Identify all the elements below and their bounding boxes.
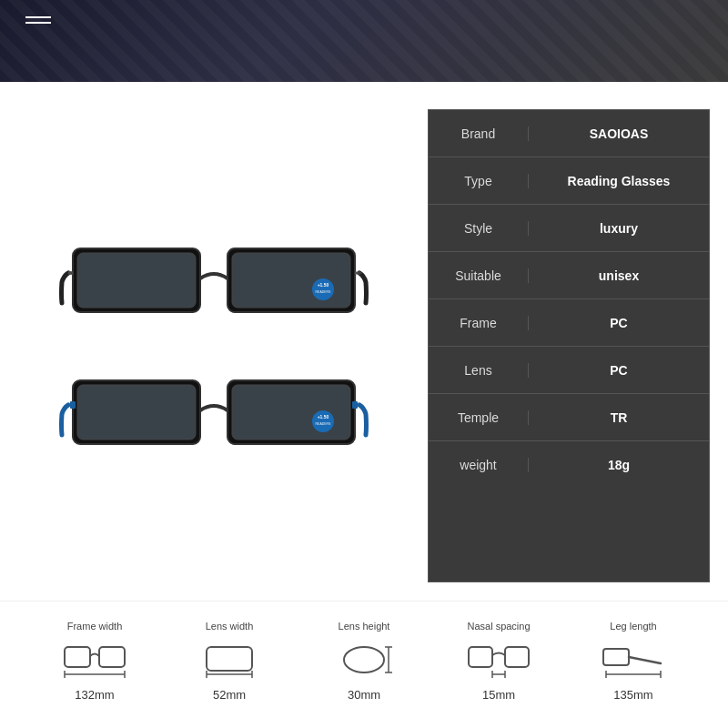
product-info-table: Brand SAOIOAS Type Reading Glasses Style… <box>428 109 710 582</box>
info-value: PC <box>529 316 709 330</box>
measurement-label: Lens height <box>339 620 390 632</box>
svg-text:READERS: READERS <box>316 422 332 426</box>
measurement-label: Frame width <box>67 620 123 632</box>
svg-rect-16 <box>70 401 76 409</box>
info-value: SAOIOAS <box>529 126 709 141</box>
svg-rect-11 <box>77 385 196 440</box>
decorative-lines <box>25 16 51 27</box>
svg-rect-18 <box>65 647 90 667</box>
frame-width-icon <box>63 640 126 681</box>
measurement-value: 52mm <box>213 688 246 702</box>
measurement-label: Leg length <box>610 620 656 632</box>
info-label: Type <box>429 174 529 188</box>
info-label: Suitable <box>429 268 529 283</box>
svg-rect-12 <box>232 385 350 440</box>
svg-rect-31 <box>469 647 492 667</box>
lens-width-icon <box>197 640 261 681</box>
info-row: Lens PC <box>429 347 709 394</box>
leg-length-icon <box>602 640 665 681</box>
measurement-item: Leg length 135mm <box>602 620 665 702</box>
svg-rect-23 <box>207 647 252 671</box>
measurement-item: Nasal spacing 15mm <box>467 620 531 702</box>
nasal-spacing-icon <box>467 640 531 681</box>
info-label: Brand <box>429 126 529 141</box>
info-row: Brand SAOIOAS <box>429 110 709 157</box>
measurement-item: Lens width 52mm <box>197 620 261 702</box>
svg-point-27 <box>344 647 384 672</box>
info-label: Frame <box>429 316 529 330</box>
header <box>0 0 728 82</box>
info-value: PC <box>529 363 709 378</box>
measurement-value: 30mm <box>348 688 380 702</box>
info-value: 18g <box>529 458 709 472</box>
lens-height-icon <box>332 640 396 681</box>
info-value: Reading Glasses <box>529 174 709 188</box>
measurement-value: 15mm <box>482 688 515 702</box>
info-row: Frame PC <box>429 299 709 347</box>
glasses-image-black: +1.50 READERS <box>59 226 369 335</box>
info-row: Style luxury <box>429 205 709 252</box>
info-label: weight <box>429 458 529 472</box>
info-row: Temple TR <box>429 394 709 441</box>
info-label: Lens <box>429 363 529 378</box>
svg-rect-17 <box>352 401 358 409</box>
info-value: unisex <box>529 268 709 283</box>
info-row: Suitable unisex <box>429 252 709 299</box>
glasses-image-blue: +1.50 READERS <box>59 358 369 467</box>
svg-rect-36 <box>603 649 629 665</box>
measurement-item: Lens height 30mm <box>332 620 396 702</box>
svg-text:READERS: READERS <box>316 290 332 294</box>
glasses-images: +1.50 READERS <box>18 109 410 582</box>
svg-rect-32 <box>505 647 529 667</box>
svg-rect-3 <box>232 253 350 308</box>
svg-rect-19 <box>99 647 125 667</box>
info-value: luxury <box>529 221 709 236</box>
measurement-label: Lens width <box>206 620 254 632</box>
info-row: weight 18g <box>429 441 709 489</box>
info-row: Type Reading Glasses <box>429 157 709 205</box>
info-label: Style <box>429 221 529 236</box>
measurement-label: Nasal spacing <box>467 620 530 632</box>
svg-text:+1.50: +1.50 <box>318 282 329 288</box>
svg-rect-2 <box>77 253 196 308</box>
main-content: +1.50 READERS <box>0 82 728 601</box>
measurement-item: Frame width 132mm <box>63 620 126 702</box>
info-label: Temple <box>429 410 529 425</box>
svg-text:+1.50: +1.50 <box>318 414 329 420</box>
measurements-section: Frame width 132mm Lens width 52mm Lens h… <box>0 601 728 728</box>
measurement-value: 135mm <box>613 688 652 702</box>
info-value: TR <box>529 410 709 425</box>
measurement-value: 132mm <box>75 688 114 702</box>
